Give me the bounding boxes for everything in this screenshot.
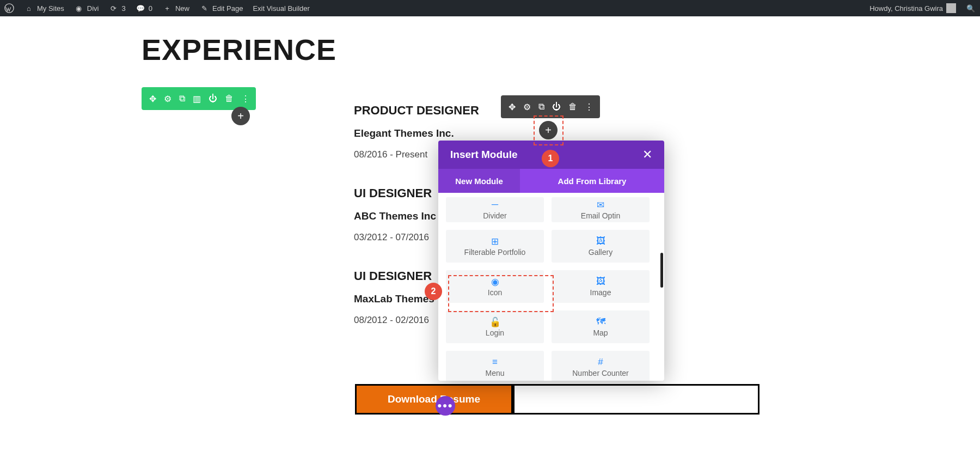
module-label: Number Counter (572, 369, 629, 377)
plus-icon: + (162, 3, 172, 13)
job-title: PRODUCT DESIGNER (354, 103, 534, 118)
email-icon: ✉ (597, 199, 604, 210)
module-filterable-portfolio[interactable]: ⊞Filterable Portfolio (446, 230, 544, 263)
login-icon: 🔓 (489, 316, 501, 327)
module-divider[interactable]: ─Divider (446, 197, 544, 222)
download-button-empty (513, 384, 759, 415)
more-icon[interactable]: ⋮ (585, 102, 593, 112)
download-resume-button[interactable]: Download Resume (355, 384, 513, 415)
tab-new-module[interactable]: New Module (438, 169, 520, 193)
tab-new-label: New Module (455, 176, 503, 186)
howdy-link[interactable]: Howdy, Christina Gwira (869, 3, 956, 13)
page-content: EXPERIENCE ✥ ⚙ ⧉ ▥ ⏻ 🗑 ⋮ (0, 16, 980, 110)
module-menu[interactable]: ≡Menu (446, 351, 544, 381)
module-gallery[interactable]: 🖼Gallery (552, 230, 650, 263)
modal-close-button[interactable]: ✕ (642, 148, 652, 162)
module-label: Login (486, 328, 504, 337)
exit-builder-link[interactable]: Exit Visual Builder (253, 4, 310, 13)
search-icon: 🔍 (966, 3, 976, 13)
modal-scrollbar[interactable] (660, 253, 663, 288)
wp-logo[interactable] (4, 3, 14, 13)
hash-icon: # (598, 357, 603, 368)
search-toggle[interactable]: 🔍 (966, 3, 976, 13)
module-label: Menu (485, 369, 504, 377)
updates-link[interactable]: ⟳3 (109, 3, 126, 13)
modal-body: ─Divider ✉Email Optin ⊞Filterable Portfo… (438, 193, 664, 381)
download-label: Download Resume (388, 393, 480, 405)
trash-icon[interactable]: 🗑 (568, 102, 577, 112)
pencil-icon: ✎ (199, 3, 209, 13)
callout-box-1 (534, 115, 564, 145)
module-label: Map (593, 328, 608, 337)
module-map[interactable]: 🗺Map (552, 310, 650, 343)
move-icon[interactable]: ✥ (149, 94, 156, 104)
map-icon: 🗺 (596, 316, 605, 327)
module-label: Gallery (589, 248, 612, 257)
howdy-label: Howdy, Christina Gwira (869, 4, 943, 13)
gear-icon[interactable]: ⚙ (164, 94, 171, 104)
adminbar-left: ⌂My Sites ◉Divi ⟳3 💬0 +New ✎Edit Page Ex… (4, 3, 310, 13)
menu-icon: ≡ (492, 357, 498, 368)
tab-library-label: Add From Library (558, 176, 627, 186)
edit-page-label: Edit Page (212, 4, 243, 13)
icon-icon: ◉ (491, 276, 499, 287)
my-sites-link[interactable]: ⌂My Sites (24, 3, 64, 13)
comments-link[interactable]: 💬0 (136, 3, 152, 13)
divi-label: Divi (87, 4, 99, 13)
module-icon[interactable]: ◉Icon (446, 270, 544, 303)
edit-page-link[interactable]: ✎Edit Page (199, 3, 243, 13)
job-company: Elegant Themes Inc. (354, 127, 534, 139)
close-icon: ✕ (642, 148, 652, 161)
trash-icon[interactable]: 🗑 (225, 94, 234, 103)
module-login[interactable]: 🔓Login (446, 310, 544, 343)
builder-toggle[interactable]: ••• (436, 396, 455, 416)
power-icon[interactable]: ⏻ (552, 102, 561, 112)
module-label: Email Optin (581, 211, 620, 220)
modal-title: Insert Module (450, 149, 518, 161)
gallery-icon: 🖼 (596, 236, 605, 247)
module-label: Divider (483, 211, 507, 220)
divider-icon: ─ (492, 199, 498, 210)
new-link[interactable]: +New (162, 3, 189, 13)
plus-icon: + (237, 110, 244, 123)
callout-badge-1: 1 (542, 150, 559, 167)
module-label: Image (590, 288, 611, 297)
add-row-button[interactable]: + (231, 107, 250, 125)
module-number-counter[interactable]: #Number Counter (552, 351, 650, 381)
comments-count: 0 (149, 4, 152, 13)
wordpress-icon (4, 3, 14, 13)
exit-builder-label: Exit Visual Builder (253, 4, 310, 13)
adminbar-right: Howdy, Christina Gwira 🔍 (869, 3, 976, 13)
portfolio-icon: ⊞ (491, 236, 499, 247)
power-icon[interactable]: ⏻ (209, 94, 217, 103)
avatar (946, 3, 956, 13)
duplicate-icon[interactable]: ⧉ (538, 102, 544, 112)
comment-icon: 💬 (136, 3, 145, 13)
columns-icon[interactable]: ▥ (193, 94, 201, 104)
module-label: Filterable Portfolio (464, 248, 526, 257)
dots-icon: ••• (437, 399, 453, 413)
modal-tabs: New Module Add From Library (438, 169, 664, 193)
updates-count: 3 (122, 4, 126, 13)
update-icon: ⟳ (109, 3, 119, 13)
my-sites-label: My Sites (37, 4, 64, 13)
module-image[interactable]: 🖼Image (552, 270, 650, 303)
tab-add-library[interactable]: Add From Library (520, 169, 664, 193)
callout-badge-2: 2 (425, 283, 442, 300)
more-icon[interactable]: ⋮ (241, 94, 250, 104)
module-email-optin[interactable]: ✉Email Optin (552, 197, 650, 222)
dashboard-icon: ◉ (74, 3, 84, 13)
site-link[interactable]: ◉Divi (74, 3, 99, 13)
insert-module-modal: Insert Module ✕ New Module Add From Libr… (438, 141, 664, 381)
wp-admin-bar: ⌂My Sites ◉Divi ⟳3 💬0 +New ✎Edit Page Ex… (0, 0, 980, 16)
page-title: EXPERIENCE (142, 33, 980, 66)
image-icon: 🖼 (596, 276, 605, 287)
new-label: New (175, 4, 189, 13)
network-icon: ⌂ (24, 3, 34, 13)
duplicate-icon[interactable]: ⧉ (179, 94, 185, 103)
module-label: Icon (488, 288, 502, 297)
